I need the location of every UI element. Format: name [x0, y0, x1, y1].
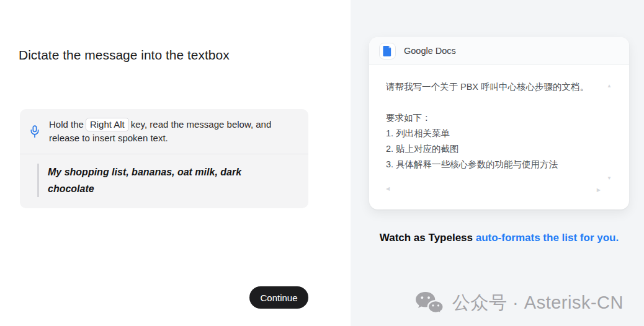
- text-line: 请帮我写一个关于 PBX 呼叫中心核心步骤的文档。: [386, 79, 610, 95]
- card-header: Google Docs: [369, 37, 629, 65]
- watermark: 公众号 · Asterisk-CN: [415, 291, 624, 315]
- caption-black-text: Watch as Typeless: [380, 232, 476, 244]
- instruction-row: Hold theRight Altkey, read the message b…: [20, 109, 308, 154]
- instruction-text: Hold theRight Altkey, read the message b…: [49, 118, 286, 145]
- scroll-down-arrow-icon[interactable]: ▼: [607, 176, 612, 181]
- app-name: Google Docs: [404, 46, 456, 56]
- prompt-text: 请帮我写一个关于 PBX 呼叫中心核心步骤的文档。 要求如下：1. 列出相关菜单…: [369, 65, 629, 172]
- microphone-icon: [30, 125, 40, 139]
- instruction-box: Hold theRight Altkey, read the message b…: [20, 109, 308, 208]
- text-line: 1. 列出相关菜单: [386, 126, 610, 141]
- message-to-dictate: My shopping list, bananas, oat milk, dar…: [37, 164, 263, 197]
- caption-blue-text: auto-formats the list for you.: [476, 232, 619, 244]
- google-docs-icon: [379, 43, 396, 59]
- wechat-icon: [415, 291, 444, 315]
- text-line: [386, 95, 610, 110]
- dictation-step-panel: Dictate the message into the textbox Hol…: [0, 0, 351, 326]
- message-quote-row: My shopping list, bananas, oat milk, dar…: [20, 154, 308, 208]
- continue-button[interactable]: Continue: [249, 286, 308, 309]
- right-alt-key-badge: Right Alt: [86, 118, 129, 131]
- text-line: 2. 贴上对应的截图: [386, 141, 610, 157]
- google-docs-preview-card: Google Docs 请帮我写一个关于 PBX 呼叫中心核心步骤的文档。 要求…: [369, 37, 629, 209]
- scroll-right-arrow-icon[interactable]: ▶: [597, 188, 601, 193]
- text-line: 要求如下：: [386, 110, 610, 126]
- scroll-left-arrow-icon[interactable]: ◀: [386, 187, 390, 192]
- watermark-text: 公众号 · Asterisk-CN: [452, 291, 624, 315]
- scroll-up-arrow-icon[interactable]: ▲: [607, 84, 612, 89]
- page-title: Dictate the message into the textbox: [19, 47, 230, 63]
- preview-panel: Google Docs 请帮我写一个关于 PBX 呼叫中心核心步骤的文档。 要求…: [351, 0, 644, 326]
- text-line: 3. 具体解释一些核心参数的功能与使用方法: [386, 157, 610, 172]
- instruction-prefix: Hold the: [49, 119, 84, 130]
- continue-button-label: Continue: [260, 293, 297, 303]
- caption: Watch as Typeless auto-formats the list …: [369, 232, 629, 244]
